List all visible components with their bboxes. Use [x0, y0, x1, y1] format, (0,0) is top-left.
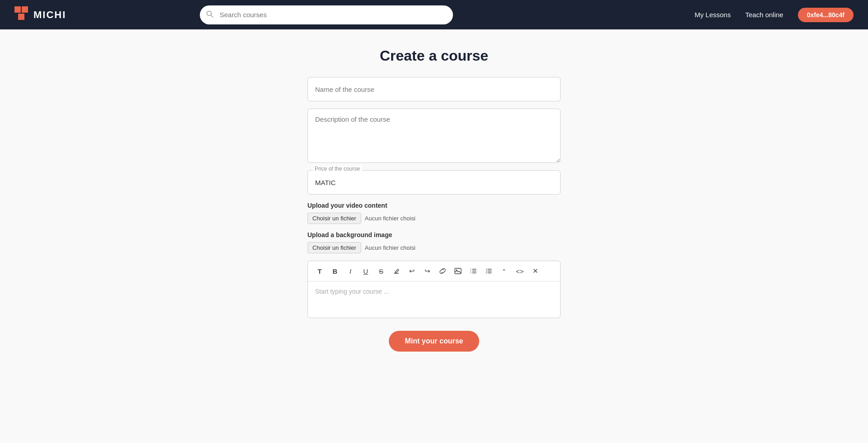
search-container — [200, 5, 453, 24]
nav-teach-online[interactable]: Teach online — [745, 11, 783, 19]
toolbar-text-btn[interactable]: T — [313, 265, 326, 277]
upload-video-label: Upload your video content — [307, 202, 561, 209]
image-no-file-text: Aucun fichier choisi — [365, 244, 415, 251]
choose-video-button[interactable]: Choisir un fichier — [307, 213, 361, 224]
toolbar-undo-btn[interactable]: ↩ — [406, 265, 418, 277]
logo-icon — [14, 6, 31, 23]
choose-image-button[interactable]: Choisir un fichier — [307, 242, 361, 253]
price-label: Price of the course — [313, 166, 362, 172]
upload-image-label: Upload a background image — [307, 231, 561, 238]
svg-point-17 — [486, 271, 487, 272]
price-field-container: Price of the course — [307, 170, 561, 195]
toolbar-redo-btn[interactable]: ↪ — [421, 265, 434, 277]
toolbar-unordered-list-btn[interactable] — [482, 265, 495, 277]
toolbar-bold-btn[interactable]: B — [329, 265, 341, 277]
toolbar-italic-btn[interactable]: I — [344, 265, 357, 277]
rich-text-editor: T B I U S ↩ ↪ — [307, 261, 561, 318]
search-input[interactable] — [200, 5, 453, 24]
toolbar-underline-btn[interactable]: U — [359, 265, 372, 277]
upload-video-row: Choisir un fichier Aucun fichier choisi — [307, 213, 561, 224]
course-name-input[interactable] — [307, 77, 561, 101]
toolbar-code-btn[interactable]: <> — [513, 265, 527, 277]
toolbar-image-btn[interactable] — [452, 265, 464, 277]
editor-body[interactable]: Start typing your course ... — [308, 281, 560, 318]
upload-image-section: Upload a background image Choisir un fic… — [307, 231, 561, 253]
course-description-input[interactable] — [307, 109, 561, 163]
svg-line-4 — [211, 15, 213, 17]
svg-rect-1 — [22, 6, 28, 13]
wallet-button[interactable]: 0xfe4...80c4f — [798, 8, 854, 22]
svg-point-18 — [486, 272, 487, 273]
upload-video-section: Upload your video content Choisir un fic… — [307, 202, 561, 224]
main-content: Create a course Price of the course Uplo… — [0, 29, 868, 379]
svg-text:3.: 3. — [470, 272, 472, 274]
nav-links: My Lessons Teach online 0xfe4...80c4f — [694, 8, 854, 22]
toolbar-ordered-list-btn[interactable]: 1. 2. 3. — [467, 265, 480, 277]
toolbar-blockquote-btn[interactable]: " — [498, 265, 510, 277]
search-icon — [206, 10, 213, 19]
page-title: Create a course — [380, 48, 488, 64]
svg-rect-0 — [14, 6, 21, 13]
create-course-form: Price of the course Upload your video co… — [307, 77, 561, 352]
editor-toolbar: T B I U S ↩ ↪ — [308, 261, 560, 281]
nav-my-lessons[interactable]: My Lessons — [694, 11, 731, 19]
logo[interactable]: MICHI — [14, 6, 66, 23]
video-no-file-text: Aucun fichier choisi — [365, 215, 415, 222]
navbar: MICHI My Lessons Teach online 0xfe4...80… — [0, 0, 868, 29]
logo-text: MICHI — [33, 9, 66, 21]
svg-point-16 — [486, 269, 487, 270]
mint-button[interactable]: Mint your course — [389, 331, 480, 352]
toolbar-link-btn[interactable] — [436, 265, 449, 277]
toolbar-strike-btn[interactable]: S — [375, 265, 387, 277]
course-price-input[interactable] — [307, 170, 561, 195]
toolbar-clear-btn[interactable]: ✕ — [529, 265, 542, 277]
upload-image-row: Choisir un fichier Aucun fichier choisi — [307, 242, 561, 253]
svg-rect-2 — [18, 14, 24, 20]
toolbar-highlight-btn[interactable] — [390, 265, 403, 277]
